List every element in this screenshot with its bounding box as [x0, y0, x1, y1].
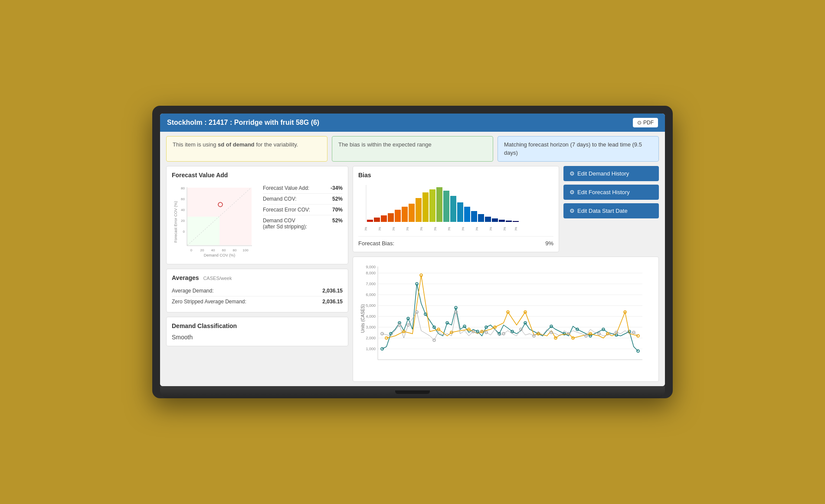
- fva-card-inner: Forecast Error COV (%) 80 60 40 20 0: [172, 183, 343, 259]
- svg-text:40: 40: [211, 248, 215, 252]
- svg-text:8,000: 8,000: [366, 271, 376, 275]
- zero-stripped-row: Zero Stripped Average Demand: 2,036.15: [172, 296, 343, 307]
- fva-stats: Forecast Value Add: -34% Demand COV: 52%…: [263, 183, 343, 259]
- gear-icon-3: ⚙: [570, 208, 575, 214]
- edit-forecast-history-button[interactable]: ⚙ Edit Forecast History: [563, 185, 659, 200]
- svg-text:< -100%: < -100%: [364, 227, 367, 230]
- left-column: Forecast Value Add Forecast Error COV (%…: [166, 166, 348, 382]
- fva-svg: Forecast Error COV (%) 80 60 40 20 0: [172, 183, 256, 259]
- svg-rect-33: [443, 191, 449, 222]
- demand-class-title: Demand Classification: [172, 322, 343, 329]
- alert-green: The bias is within the expected range: [332, 136, 493, 161]
- stat-fe-cov: Forecast Error COV: 70%: [263, 205, 343, 215]
- svg-text:10 to 20%: 10 to 20%: [448, 227, 451, 230]
- averages-title: Averages CASES/week: [172, 274, 343, 281]
- svg-text:0: 0: [190, 248, 193, 252]
- svg-text:2,000: 2,000: [366, 336, 376, 340]
- svg-rect-32: [436, 187, 442, 222]
- svg-text:Forecast Error COV (%): Forecast Error COV (%): [174, 201, 178, 243]
- svg-rect-39: [485, 217, 491, 222]
- forecast-bias-label: Forecast Bias:: [358, 240, 394, 247]
- alerts-row: This item is using sd of demand for the …: [160, 132, 665, 166]
- svg-text:70 to 80%: 70 to 80%: [489, 227, 492, 230]
- svg-rect-42: [506, 221, 512, 222]
- pdf-button[interactable]: ⊙ PDF: [633, 118, 658, 127]
- svg-rect-16: [219, 188, 252, 217]
- svg-rect-26: [395, 210, 401, 222]
- bias-svg: < -100% -90 to -80% -70 to -60% -50 to -…: [358, 183, 540, 231]
- svg-text:3,000: 3,000: [366, 325, 376, 329]
- svg-rect-38: [478, 214, 484, 222]
- svg-rect-37: [471, 211, 477, 222]
- gear-icon-2: ⚙: [570, 189, 575, 195]
- forecast-bias-value: 9%: [545, 240, 553, 247]
- main-content: Forecast Value Add Forecast Error COV (%…: [160, 166, 665, 386]
- svg-rect-43: [513, 221, 519, 222]
- averages-card: Averages CASES/week Average Demand: 2,03…: [166, 269, 348, 312]
- svg-text:90 to 100%: 90 to 100%: [503, 227, 506, 230]
- alert-yellow: This item is using sd of demand for the …: [166, 136, 327, 161]
- bias-title: Bias: [358, 172, 553, 179]
- svg-rect-31: [429, 189, 435, 222]
- svg-rect-36: [464, 207, 470, 222]
- svg-rect-35: [457, 202, 463, 222]
- header: Stockholm : 21417 : Porridge with fruit …: [160, 114, 665, 132]
- svg-rect-29: [416, 198, 422, 222]
- right-section: Bias: [353, 166, 659, 382]
- svg-rect-23: [374, 218, 380, 222]
- svg-text:40: 40: [181, 208, 185, 212]
- svg-text:4,000: 4,000: [366, 314, 376, 319]
- svg-text:20: 20: [200, 248, 204, 252]
- svg-text:7,000: 7,000: [366, 282, 376, 286]
- timeseries-card: Units (CASES) 1,000 2,000 3,000 4,000: [353, 257, 659, 382]
- svg-text:80: 80: [233, 248, 237, 252]
- svg-rect-22: [367, 220, 373, 222]
- svg-rect-28: [409, 204, 415, 222]
- svg-text:5,000: 5,000: [366, 303, 376, 308]
- svg-text:-90 to -80%: -90 to -80%: [378, 227, 381, 230]
- svg-rect-15: [187, 188, 219, 217]
- screen: Stockholm : 21417 : Porridge with fruit …: [160, 114, 665, 386]
- fva-scatter-chart: Forecast Error COV (%) 80 60 40 20 0: [172, 183, 259, 259]
- top-right-row: Bias: [353, 166, 659, 252]
- stat-demand-cov-stripped: Demand COV(after Sd stripping): 52%: [263, 215, 343, 232]
- avg-demand-row: Average Demand: 2,036.15: [172, 286, 343, 296]
- forecast-bias-row: Forecast Bias: 9%: [358, 236, 553, 247]
- svg-text:Demand COV (%): Demand COV (%): [204, 253, 236, 257]
- svg-text:-30 to -20%: -30 to -20%: [420, 227, 423, 230]
- forecast-value-add-card: Forecast Value Add Forecast Error COV (%…: [166, 166, 348, 264]
- laptop-base: [160, 386, 665, 398]
- pdf-icon: ⊙: [637, 120, 642, 126]
- svg-rect-41: [499, 220, 505, 222]
- page-title: Stockholm : 21417 : Porridge with fruit …: [167, 119, 319, 127]
- svg-text:-50 to -40%: -50 to -40%: [406, 227, 409, 230]
- svg-rect-34: [450, 196, 456, 222]
- svg-text:> 100%: > 100%: [514, 227, 517, 230]
- action-buttons: ⚙ Edit Demand History ⚙ Edit Forecast Hi…: [563, 166, 659, 252]
- svg-text:6,000: 6,000: [366, 293, 376, 297]
- svg-text:30 to 40%: 30 to 40%: [462, 227, 465, 230]
- laptop-notch: [395, 390, 430, 394]
- svg-text:9,000: 9,000: [366, 265, 376, 269]
- stat-fva: Forecast Value Add: -34%: [263, 183, 343, 194]
- bias-chart: < -100% -90 to -80% -70 to -60% -50 to -…: [358, 183, 553, 232]
- stat-demand-cov: Demand COV: 52%: [263, 194, 343, 205]
- svg-text:60: 60: [181, 197, 185, 201]
- laptop-frame: Stockholm : 21417 : Porridge with fruit …: [152, 106, 673, 398]
- timeseries-svg: Units (CASES) 1,000 2,000 3,000 4,000: [358, 262, 645, 375]
- edit-demand-history-button[interactable]: ⚙ Edit Demand History: [563, 166, 659, 181]
- svg-text:80: 80: [181, 186, 185, 190]
- fva-card-title: Forecast Value Add: [172, 172, 343, 179]
- edit-data-start-date-button[interactable]: ⚙ Edit Data Start Date: [563, 203, 659, 218]
- svg-text:-70 to -60%: -70 to -60%: [392, 227, 395, 230]
- svg-text:50 to 60%: 50 to 60%: [475, 227, 478, 230]
- svg-rect-40: [492, 218, 498, 222]
- svg-rect-24: [381, 215, 387, 222]
- svg-text:0: 0: [183, 230, 185, 234]
- svg-rect-30: [422, 192, 429, 222]
- svg-text:Units (CASES): Units (CASES): [360, 304, 365, 333]
- svg-rect-27: [402, 207, 408, 222]
- demand-class-value: Smooth: [172, 334, 343, 341]
- gear-icon-1: ⚙: [570, 170, 575, 177]
- svg-text:100: 100: [242, 248, 249, 252]
